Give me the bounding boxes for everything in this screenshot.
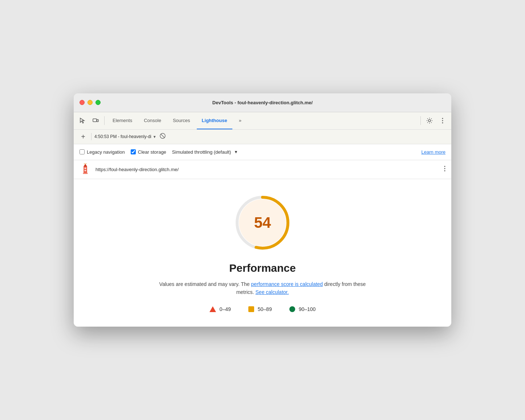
gear-icon [426, 117, 433, 124]
throttle-label: Simulated throttling (default) [172, 149, 231, 155]
svg-point-17 [444, 170, 445, 171]
svg-marker-9 [84, 164, 87, 166]
calculator-link[interactable]: See calculator. [256, 289, 289, 295]
add-button[interactable]: + [78, 132, 88, 142]
svg-point-5 [442, 122, 443, 124]
options-bar: Legacy navigation Clear storage Simulate… [74, 144, 451, 160]
devtools-toolbar: Elements Console Sources Lighthouse » [74, 112, 451, 130]
url-text: https://foul-heavenly-direction.glitch.m… [95, 167, 440, 172]
score-legend: 0–49 50–89 90–100 [209, 306, 316, 312]
block-icon[interactable] [159, 133, 166, 141]
more-tabs-button[interactable]: » [234, 112, 247, 129]
throttle-selector[interactable]: Simulated throttling (default) ▼ [172, 149, 238, 155]
svg-line-7 [160, 134, 164, 138]
secondary-toolbar: + 4:50:53 PM - foul-heavenly-di ▼ [74, 130, 451, 144]
square-icon [248, 306, 254, 312]
svg-rect-0 [93, 119, 97, 122]
fullscreen-button[interactable] [95, 100, 101, 105]
chevron-down-icon: ▼ [153, 135, 156, 139]
toolbar-divider-2 [420, 116, 421, 125]
url-selector[interactable]: 4:50:53 PM - foul-heavenly-di ▼ [94, 134, 156, 139]
url-display-text: 4:50:53 PM - foul-heavenly-di [94, 134, 151, 139]
svg-rect-10 [85, 167, 86, 169]
vertical-dots-icon [442, 117, 443, 124]
svg-line-13 [83, 163, 85, 164]
svg-point-15 [444, 166, 445, 167]
score-container: 54 [233, 194, 292, 252]
cursor-icon [79, 117, 86, 124]
vertical-dots-icon-url [444, 165, 445, 172]
svg-point-4 [442, 120, 443, 121]
svg-point-3 [442, 118, 443, 119]
legacy-nav-checkbox[interactable]: Legacy navigation [80, 149, 125, 155]
svg-line-14 [85, 163, 88, 164]
clear-storage-checkbox[interactable]: Clear storage [131, 149, 166, 155]
main-content: 54 Performance Values are estimated and … [74, 179, 451, 327]
clear-storage-input[interactable] [131, 149, 136, 154]
performance-score: 54 [254, 214, 271, 231]
legacy-nav-label: Legacy navigation [87, 149, 125, 155]
tab-elements[interactable]: Elements [107, 112, 137, 129]
window-title: DevTools - foul-heavenly-direction.glitc… [212, 100, 313, 105]
url-bar: https://foul-heavenly-direction.glitch.m… [74, 160, 451, 179]
legend-range-poor: 0–49 [220, 306, 231, 312]
legend-item-moderate: 50–89 [248, 306, 272, 312]
no-sign-icon [159, 133, 166, 139]
svg-rect-11 [85, 170, 86, 171]
device-icon [92, 117, 99, 124]
device-toggle-button[interactable] [90, 115, 101, 126]
minimize-button[interactable] [88, 100, 93, 105]
performance-title: Performance [229, 262, 296, 274]
tab-console[interactable]: Console [139, 112, 166, 129]
url-bar-more-button[interactable] [444, 165, 445, 174]
title-bar: DevTools - foul-heavenly-direction.glitc… [74, 93, 451, 112]
tab-lighthouse[interactable]: Lighthouse [197, 112, 232, 129]
settings-button[interactable] [424, 115, 435, 126]
triangle-icon [209, 306, 216, 312]
devtools-window: DevTools - foul-heavenly-direction.glitc… [74, 93, 451, 327]
throttle-chevron-icon: ▼ [234, 150, 238, 154]
svg-rect-12 [83, 173, 88, 174]
more-options-button[interactable] [437, 115, 448, 126]
legacy-nav-input[interactable] [80, 149, 85, 154]
svg-point-16 [444, 168, 445, 169]
legend-item-good: 90–100 [289, 306, 316, 312]
secondary-divider [91, 133, 91, 140]
legend-item-poor: 0–49 [209, 306, 231, 312]
performance-score-link[interactable]: performance score is calculated [251, 281, 323, 287]
traffic-lights [80, 100, 101, 105]
close-button[interactable] [80, 100, 85, 105]
svg-point-2 [428, 120, 431, 122]
learn-more-link[interactable]: Learn more [422, 149, 445, 155]
description-text: Values are estimated and may vary. The p… [157, 280, 368, 296]
legend-range-good: 90–100 [299, 306, 316, 312]
svg-rect-1 [97, 120, 98, 122]
tab-sources[interactable]: Sources [168, 112, 195, 129]
legend-range-moderate: 50–89 [258, 306, 272, 312]
description-before: Values are estimated and may vary. The [159, 281, 251, 287]
toolbar-divider [104, 116, 105, 125]
circle-icon [289, 306, 295, 312]
lighthouse-logo-icon [80, 163, 91, 175]
inspect-element-button[interactable] [77, 115, 88, 126]
clear-storage-label: Clear storage [138, 149, 166, 155]
